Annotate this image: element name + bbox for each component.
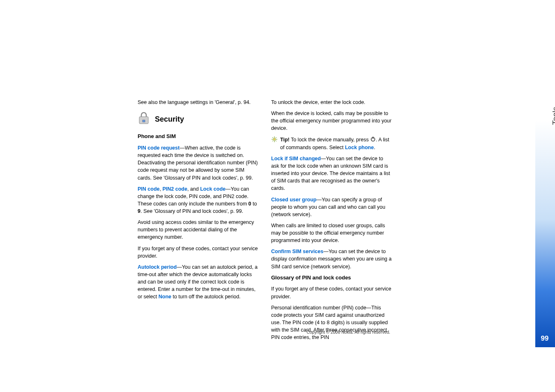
tip-text1: To lock the device manually, press: [290, 137, 370, 143]
lock-code-label: Lock code: [200, 186, 226, 192]
phone-sim-heading: Phone and SIM: [138, 133, 259, 141]
lock-sim-label: Lock if SIM changed: [271, 156, 321, 161]
codes-para: PIN code, PIN2 code, and Lock code—You c…: [138, 185, 259, 215]
codes-tail2: . See 'Glossary of PIN and lock codes', …: [140, 208, 243, 214]
closed-group-note: When calls are limited to closed user gr…: [271, 222, 392, 244]
security-heading: Security: [155, 114, 184, 125]
glossary-forget: If you forget any of these codes, contac…: [271, 285, 392, 300]
page-number: 99: [539, 334, 551, 343]
lang-settings-ref: See also the language settings in 'Gener…: [138, 99, 259, 106]
autolock-none: None: [159, 294, 171, 300]
autolock-label: Autolock period: [138, 264, 177, 270]
zero: 0: [249, 201, 251, 207]
pin-code-label: PIN code: [138, 186, 160, 192]
svg-rect-1: [143, 120, 145, 122]
closed-group-para: Closed user group—You can specify a grou…: [271, 196, 392, 218]
glossary-heading: Glossary of PIN and lock codes: [271, 274, 392, 282]
confirm-sim-para: Confirm SIM services—You can set the dev…: [271, 248, 392, 270]
right-column: To unlock the device, enter the lock cod…: [271, 99, 392, 345]
avoid-emergency-para: Avoid using access codes similar to the …: [138, 219, 259, 241]
pin2-code-label: PIN2 code: [162, 186, 187, 192]
section-tab-label: Tools: [551, 107, 555, 125]
page-content: See also the language settings in 'Gener…: [138, 99, 392, 345]
confirm-sim-label: Confirm SIM services: [271, 249, 323, 254]
forget-codes-para: If you forget any of these codes, contac…: [138, 245, 259, 260]
unlock-para: To unlock the device, enter the lock cod…: [271, 99, 392, 106]
lock-icon: [138, 111, 150, 127]
tip-row: Tip! To lock the device manually, press …: [271, 136, 392, 151]
autolock-text2: to turn off the autolock period.: [171, 294, 241, 300]
pin-code-request-para: PIN code request—When active, the code i…: [138, 144, 259, 182]
locked-calls-para: When the device is locked, calls may be …: [271, 110, 392, 132]
pin-code-request-label: PIN code request: [138, 145, 180, 151]
lock-sim-para: Lock if SIM changed—You can set the devi…: [271, 155, 392, 192]
copyright-footer: Copyright © 2006 Nokia. All rights reser…: [267, 330, 390, 334]
security-heading-row: Security: [138, 111, 259, 127]
tip-star-icon: [271, 136, 278, 151]
left-column: See also the language settings in 'Gener…: [138, 99, 259, 345]
closed-group-label: Closed user group: [271, 197, 316, 203]
side-tab-gradient: [535, 64, 555, 347]
power-icon: [370, 136, 376, 144]
svg-point-6: [274, 138, 275, 140]
tip-text: Tip! To lock the device manually, press …: [280, 136, 392, 151]
to: to: [251, 201, 257, 207]
autolock-para: Autolock period—You can set an autolock …: [138, 263, 259, 301]
tip-period: .: [374, 145, 375, 150]
tip-label: Tip!: [280, 137, 290, 143]
tip-lock-phone: Lock phone: [345, 145, 374, 150]
sep2: , and: [187, 186, 200, 192]
nine: 9: [138, 208, 140, 214]
pin-description: Personal identification number (PIN) cod…: [271, 304, 392, 341]
